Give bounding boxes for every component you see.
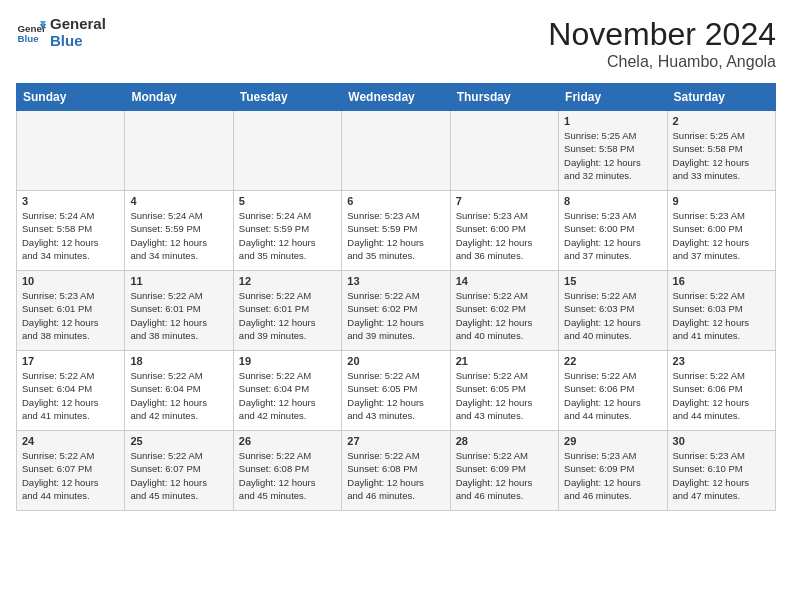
calendar-day-cell [450, 111, 558, 191]
calendar-day-cell: 26Sunrise: 5:22 AM Sunset: 6:08 PM Dayli… [233, 431, 341, 511]
calendar-table: SundayMondayTuesdayWednesdayThursdayFrid… [16, 83, 776, 511]
title-block: November 2024 Chela, Huambo, Angola [548, 16, 776, 71]
day-number: 17 [22, 355, 119, 367]
day-number: 28 [456, 435, 553, 447]
day-info: Sunrise: 5:25 AM Sunset: 5:58 PM Dayligh… [673, 129, 770, 182]
logo-general-text: General [50, 16, 106, 33]
calendar-day-cell: 6Sunrise: 5:23 AM Sunset: 5:59 PM Daylig… [342, 191, 450, 271]
day-info: Sunrise: 5:22 AM Sunset: 6:07 PM Dayligh… [22, 449, 119, 502]
logo: General Blue General Blue [16, 16, 106, 49]
day-number: 27 [347, 435, 444, 447]
calendar-day-cell: 23Sunrise: 5:22 AM Sunset: 6:06 PM Dayli… [667, 351, 775, 431]
logo-blue-text: Blue [50, 33, 106, 50]
day-number: 22 [564, 355, 661, 367]
calendar-day-cell: 29Sunrise: 5:23 AM Sunset: 6:09 PM Dayli… [559, 431, 667, 511]
day-number: 7 [456, 195, 553, 207]
day-number: 6 [347, 195, 444, 207]
day-number: 3 [22, 195, 119, 207]
day-number: 5 [239, 195, 336, 207]
day-number: 24 [22, 435, 119, 447]
calendar-day-cell: 20Sunrise: 5:22 AM Sunset: 6:05 PM Dayli… [342, 351, 450, 431]
month-title: November 2024 [548, 16, 776, 53]
logo-icon: General Blue [16, 18, 46, 48]
day-info: Sunrise: 5:22 AM Sunset: 6:03 PM Dayligh… [564, 289, 661, 342]
day-number: 21 [456, 355, 553, 367]
calendar-header-tuesday: Tuesday [233, 84, 341, 111]
calendar-day-cell: 19Sunrise: 5:22 AM Sunset: 6:04 PM Dayli… [233, 351, 341, 431]
day-number: 8 [564, 195, 661, 207]
day-info: Sunrise: 5:23 AM Sunset: 6:00 PM Dayligh… [456, 209, 553, 262]
calendar-week-row: 24Sunrise: 5:22 AM Sunset: 6:07 PM Dayli… [17, 431, 776, 511]
day-info: Sunrise: 5:22 AM Sunset: 6:04 PM Dayligh… [239, 369, 336, 422]
calendar-day-cell: 4Sunrise: 5:24 AM Sunset: 5:59 PM Daylig… [125, 191, 233, 271]
calendar-header-friday: Friday [559, 84, 667, 111]
calendar-week-row: 1Sunrise: 5:25 AM Sunset: 5:58 PM Daylig… [17, 111, 776, 191]
calendar-header-thursday: Thursday [450, 84, 558, 111]
calendar-day-cell: 11Sunrise: 5:22 AM Sunset: 6:01 PM Dayli… [125, 271, 233, 351]
day-number: 9 [673, 195, 770, 207]
day-number: 29 [564, 435, 661, 447]
day-info: Sunrise: 5:23 AM Sunset: 6:00 PM Dayligh… [564, 209, 661, 262]
calendar-header-monday: Monday [125, 84, 233, 111]
day-number: 18 [130, 355, 227, 367]
day-info: Sunrise: 5:24 AM Sunset: 5:59 PM Dayligh… [239, 209, 336, 262]
day-number: 12 [239, 275, 336, 287]
calendar-day-cell [233, 111, 341, 191]
calendar-day-cell: 22Sunrise: 5:22 AM Sunset: 6:06 PM Dayli… [559, 351, 667, 431]
day-info: Sunrise: 5:25 AM Sunset: 5:58 PM Dayligh… [564, 129, 661, 182]
day-info: Sunrise: 5:22 AM Sunset: 6:08 PM Dayligh… [239, 449, 336, 502]
calendar-day-cell: 18Sunrise: 5:22 AM Sunset: 6:04 PM Dayli… [125, 351, 233, 431]
day-number: 2 [673, 115, 770, 127]
svg-text:Blue: Blue [18, 33, 40, 44]
calendar-header-saturday: Saturday [667, 84, 775, 111]
day-info: Sunrise: 5:23 AM Sunset: 6:00 PM Dayligh… [673, 209, 770, 262]
calendar-header-sunday: Sunday [17, 84, 125, 111]
calendar-week-row: 10Sunrise: 5:23 AM Sunset: 6:01 PM Dayli… [17, 271, 776, 351]
day-number: 26 [239, 435, 336, 447]
day-number: 25 [130, 435, 227, 447]
calendar-day-cell: 1Sunrise: 5:25 AM Sunset: 5:58 PM Daylig… [559, 111, 667, 191]
day-number: 11 [130, 275, 227, 287]
calendar-day-cell: 27Sunrise: 5:22 AM Sunset: 6:08 PM Dayli… [342, 431, 450, 511]
calendar-day-cell: 30Sunrise: 5:23 AM Sunset: 6:10 PM Dayli… [667, 431, 775, 511]
calendar-day-cell: 25Sunrise: 5:22 AM Sunset: 6:07 PM Dayli… [125, 431, 233, 511]
day-info: Sunrise: 5:22 AM Sunset: 6:03 PM Dayligh… [673, 289, 770, 342]
day-info: Sunrise: 5:22 AM Sunset: 6:08 PM Dayligh… [347, 449, 444, 502]
day-number: 23 [673, 355, 770, 367]
day-info: Sunrise: 5:22 AM Sunset: 6:06 PM Dayligh… [673, 369, 770, 422]
calendar-day-cell: 5Sunrise: 5:24 AM Sunset: 5:59 PM Daylig… [233, 191, 341, 271]
location-subtitle: Chela, Huambo, Angola [548, 53, 776, 71]
calendar-day-cell [17, 111, 125, 191]
day-info: Sunrise: 5:24 AM Sunset: 5:59 PM Dayligh… [130, 209, 227, 262]
day-number: 19 [239, 355, 336, 367]
day-info: Sunrise: 5:23 AM Sunset: 5:59 PM Dayligh… [347, 209, 444, 262]
calendar-week-row: 3Sunrise: 5:24 AM Sunset: 5:58 PM Daylig… [17, 191, 776, 271]
calendar-day-cell: 14Sunrise: 5:22 AM Sunset: 6:02 PM Dayli… [450, 271, 558, 351]
calendar-day-cell: 9Sunrise: 5:23 AM Sunset: 6:00 PM Daylig… [667, 191, 775, 271]
page-header: General Blue General Blue November 2024 … [16, 16, 776, 71]
calendar-day-cell: 2Sunrise: 5:25 AM Sunset: 5:58 PM Daylig… [667, 111, 775, 191]
day-info: Sunrise: 5:22 AM Sunset: 6:05 PM Dayligh… [347, 369, 444, 422]
calendar-day-cell: 8Sunrise: 5:23 AM Sunset: 6:00 PM Daylig… [559, 191, 667, 271]
calendar-header-row: SundayMondayTuesdayWednesdayThursdayFrid… [17, 84, 776, 111]
day-info: Sunrise: 5:22 AM Sunset: 6:09 PM Dayligh… [456, 449, 553, 502]
day-info: Sunrise: 5:22 AM Sunset: 6:01 PM Dayligh… [239, 289, 336, 342]
day-number: 16 [673, 275, 770, 287]
day-number: 20 [347, 355, 444, 367]
day-info: Sunrise: 5:22 AM Sunset: 6:04 PM Dayligh… [22, 369, 119, 422]
day-number: 15 [564, 275, 661, 287]
calendar-day-cell: 16Sunrise: 5:22 AM Sunset: 6:03 PM Dayli… [667, 271, 775, 351]
calendar-week-row: 17Sunrise: 5:22 AM Sunset: 6:04 PM Dayli… [17, 351, 776, 431]
calendar-day-cell: 21Sunrise: 5:22 AM Sunset: 6:05 PM Dayli… [450, 351, 558, 431]
day-info: Sunrise: 5:22 AM Sunset: 6:02 PM Dayligh… [347, 289, 444, 342]
calendar-day-cell: 7Sunrise: 5:23 AM Sunset: 6:00 PM Daylig… [450, 191, 558, 271]
day-number: 30 [673, 435, 770, 447]
day-info: Sunrise: 5:23 AM Sunset: 6:09 PM Dayligh… [564, 449, 661, 502]
calendar-day-cell: 24Sunrise: 5:22 AM Sunset: 6:07 PM Dayli… [17, 431, 125, 511]
calendar-day-cell: 12Sunrise: 5:22 AM Sunset: 6:01 PM Dayli… [233, 271, 341, 351]
calendar-day-cell [125, 111, 233, 191]
calendar-day-cell: 10Sunrise: 5:23 AM Sunset: 6:01 PM Dayli… [17, 271, 125, 351]
day-info: Sunrise: 5:22 AM Sunset: 6:05 PM Dayligh… [456, 369, 553, 422]
day-info: Sunrise: 5:23 AM Sunset: 6:10 PM Dayligh… [673, 449, 770, 502]
day-info: Sunrise: 5:22 AM Sunset: 6:06 PM Dayligh… [564, 369, 661, 422]
